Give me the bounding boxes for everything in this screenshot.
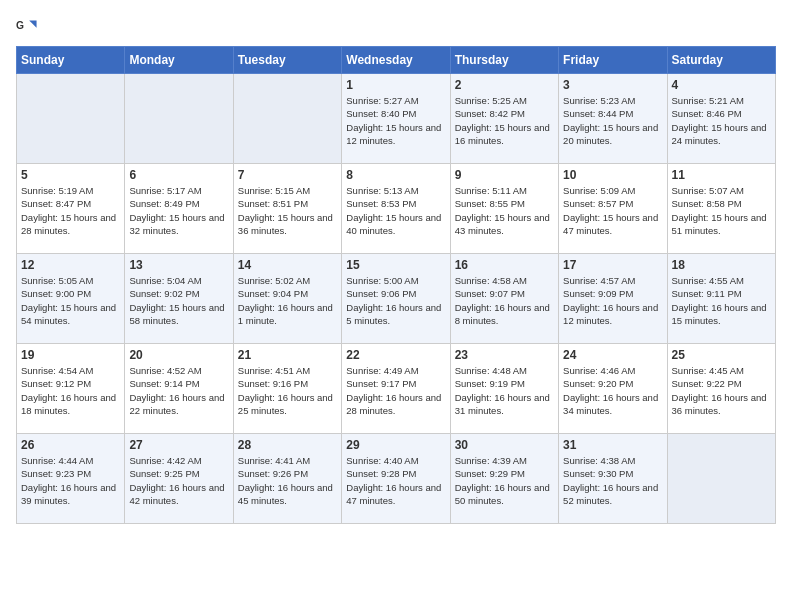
calendar-cell: 12Sunrise: 5:05 AM Sunset: 9:00 PM Dayli… — [17, 254, 125, 344]
day-number: 12 — [21, 258, 120, 272]
weekday-header-saturday: Saturday — [667, 47, 775, 74]
calendar-cell: 20Sunrise: 4:52 AM Sunset: 9:14 PM Dayli… — [125, 344, 233, 434]
day-number: 4 — [672, 78, 771, 92]
day-number: 10 — [563, 168, 662, 182]
calendar-week-row: 12Sunrise: 5:05 AM Sunset: 9:00 PM Dayli… — [17, 254, 776, 344]
weekday-header-row: SundayMondayTuesdayWednesdayThursdayFrid… — [17, 47, 776, 74]
day-number: 15 — [346, 258, 445, 272]
day-info: Sunrise: 4:39 AM Sunset: 9:29 PM Dayligh… — [455, 454, 554, 507]
day-info: Sunrise: 4:41 AM Sunset: 9:26 PM Dayligh… — [238, 454, 337, 507]
calendar-cell: 11Sunrise: 5:07 AM Sunset: 8:58 PM Dayli… — [667, 164, 775, 254]
weekday-header-sunday: Sunday — [17, 47, 125, 74]
calendar-cell: 13Sunrise: 5:04 AM Sunset: 9:02 PM Dayli… — [125, 254, 233, 344]
day-number: 2 — [455, 78, 554, 92]
day-number: 3 — [563, 78, 662, 92]
calendar-cell — [233, 74, 341, 164]
day-info: Sunrise: 5:07 AM Sunset: 8:58 PM Dayligh… — [672, 184, 771, 237]
day-number: 30 — [455, 438, 554, 452]
day-info: Sunrise: 4:54 AM Sunset: 9:12 PM Dayligh… — [21, 364, 120, 417]
day-info: Sunrise: 5:13 AM Sunset: 8:53 PM Dayligh… — [346, 184, 445, 237]
calendar-cell: 6Sunrise: 5:17 AM Sunset: 8:49 PM Daylig… — [125, 164, 233, 254]
weekday-header-monday: Monday — [125, 47, 233, 74]
calendar-cell: 26Sunrise: 4:44 AM Sunset: 9:23 PM Dayli… — [17, 434, 125, 524]
calendar-cell: 10Sunrise: 5:09 AM Sunset: 8:57 PM Dayli… — [559, 164, 667, 254]
calendar-cell: 31Sunrise: 4:38 AM Sunset: 9:30 PM Dayli… — [559, 434, 667, 524]
calendar-cell: 8Sunrise: 5:13 AM Sunset: 8:53 PM Daylig… — [342, 164, 450, 254]
calendar-week-row: 19Sunrise: 4:54 AM Sunset: 9:12 PM Dayli… — [17, 344, 776, 434]
header: G — [16, 16, 776, 38]
calendar-cell: 24Sunrise: 4:46 AM Sunset: 9:20 PM Dayli… — [559, 344, 667, 434]
calendar-cell — [17, 74, 125, 164]
day-number: 24 — [563, 348, 662, 362]
day-number: 21 — [238, 348, 337, 362]
calendar-cell: 29Sunrise: 4:40 AM Sunset: 9:28 PM Dayli… — [342, 434, 450, 524]
day-info: Sunrise: 5:11 AM Sunset: 8:55 PM Dayligh… — [455, 184, 554, 237]
calendar-cell: 21Sunrise: 4:51 AM Sunset: 9:16 PM Dayli… — [233, 344, 341, 434]
day-info: Sunrise: 5:21 AM Sunset: 8:46 PM Dayligh… — [672, 94, 771, 147]
calendar-cell: 16Sunrise: 4:58 AM Sunset: 9:07 PM Dayli… — [450, 254, 558, 344]
day-number: 22 — [346, 348, 445, 362]
day-info: Sunrise: 5:25 AM Sunset: 8:42 PM Dayligh… — [455, 94, 554, 147]
day-number: 23 — [455, 348, 554, 362]
day-number: 8 — [346, 168, 445, 182]
calendar-cell: 5Sunrise: 5:19 AM Sunset: 8:47 PM Daylig… — [17, 164, 125, 254]
day-info: Sunrise: 4:49 AM Sunset: 9:17 PM Dayligh… — [346, 364, 445, 417]
calendar-cell: 7Sunrise: 5:15 AM Sunset: 8:51 PM Daylig… — [233, 164, 341, 254]
calendar-cell: 22Sunrise: 4:49 AM Sunset: 9:17 PM Dayli… — [342, 344, 450, 434]
weekday-header-friday: Friday — [559, 47, 667, 74]
weekday-header-thursday: Thursday — [450, 47, 558, 74]
day-info: Sunrise: 4:57 AM Sunset: 9:09 PM Dayligh… — [563, 274, 662, 327]
day-info: Sunrise: 4:44 AM Sunset: 9:23 PM Dayligh… — [21, 454, 120, 507]
calendar-cell: 19Sunrise: 4:54 AM Sunset: 9:12 PM Dayli… — [17, 344, 125, 434]
day-info: Sunrise: 4:45 AM Sunset: 9:22 PM Dayligh… — [672, 364, 771, 417]
day-info: Sunrise: 4:38 AM Sunset: 9:30 PM Dayligh… — [563, 454, 662, 507]
weekday-header-wednesday: Wednesday — [342, 47, 450, 74]
day-info: Sunrise: 4:40 AM Sunset: 9:28 PM Dayligh… — [346, 454, 445, 507]
day-info: Sunrise: 4:51 AM Sunset: 9:16 PM Dayligh… — [238, 364, 337, 417]
day-info: Sunrise: 4:52 AM Sunset: 9:14 PM Dayligh… — [129, 364, 228, 417]
day-number: 25 — [672, 348, 771, 362]
day-info: Sunrise: 4:42 AM Sunset: 9:25 PM Dayligh… — [129, 454, 228, 507]
day-number: 18 — [672, 258, 771, 272]
day-info: Sunrise: 5:19 AM Sunset: 8:47 PM Dayligh… — [21, 184, 120, 237]
calendar-cell: 18Sunrise: 4:55 AM Sunset: 9:11 PM Dayli… — [667, 254, 775, 344]
day-number: 13 — [129, 258, 228, 272]
calendar-cell: 25Sunrise: 4:45 AM Sunset: 9:22 PM Dayli… — [667, 344, 775, 434]
calendar-cell: 28Sunrise: 4:41 AM Sunset: 9:26 PM Dayli… — [233, 434, 341, 524]
calendar-week-row: 5Sunrise: 5:19 AM Sunset: 8:47 PM Daylig… — [17, 164, 776, 254]
day-info: Sunrise: 5:23 AM Sunset: 8:44 PM Dayligh… — [563, 94, 662, 147]
calendar-cell: 9Sunrise: 5:11 AM Sunset: 8:55 PM Daylig… — [450, 164, 558, 254]
day-info: Sunrise: 4:46 AM Sunset: 9:20 PM Dayligh… — [563, 364, 662, 417]
day-number: 29 — [346, 438, 445, 452]
day-number: 19 — [21, 348, 120, 362]
day-number: 28 — [238, 438, 337, 452]
day-info: Sunrise: 5:15 AM Sunset: 8:51 PM Dayligh… — [238, 184, 337, 237]
calendar-cell: 17Sunrise: 4:57 AM Sunset: 9:09 PM Dayli… — [559, 254, 667, 344]
calendar-cell: 1Sunrise: 5:27 AM Sunset: 8:40 PM Daylig… — [342, 74, 450, 164]
calendar-cell: 4Sunrise: 5:21 AM Sunset: 8:46 PM Daylig… — [667, 74, 775, 164]
calendar-table: SundayMondayTuesdayWednesdayThursdayFrid… — [16, 46, 776, 524]
day-info: Sunrise: 5:04 AM Sunset: 9:02 PM Dayligh… — [129, 274, 228, 327]
calendar-cell — [667, 434, 775, 524]
day-number: 26 — [21, 438, 120, 452]
calendar-cell — [125, 74, 233, 164]
day-number: 6 — [129, 168, 228, 182]
calendar-cell: 2Sunrise: 5:25 AM Sunset: 8:42 PM Daylig… — [450, 74, 558, 164]
calendar-week-row: 26Sunrise: 4:44 AM Sunset: 9:23 PM Dayli… — [17, 434, 776, 524]
logo: G — [16, 16, 42, 38]
calendar-cell: 30Sunrise: 4:39 AM Sunset: 9:29 PM Dayli… — [450, 434, 558, 524]
day-info: Sunrise: 4:58 AM Sunset: 9:07 PM Dayligh… — [455, 274, 554, 327]
day-info: Sunrise: 5:17 AM Sunset: 8:49 PM Dayligh… — [129, 184, 228, 237]
day-info: Sunrise: 5:05 AM Sunset: 9:00 PM Dayligh… — [21, 274, 120, 327]
day-number: 31 — [563, 438, 662, 452]
calendar-cell: 27Sunrise: 4:42 AM Sunset: 9:25 PM Dayli… — [125, 434, 233, 524]
calendar-cell: 15Sunrise: 5:00 AM Sunset: 9:06 PM Dayli… — [342, 254, 450, 344]
day-number: 17 — [563, 258, 662, 272]
weekday-header-tuesday: Tuesday — [233, 47, 341, 74]
day-info: Sunrise: 5:09 AM Sunset: 8:57 PM Dayligh… — [563, 184, 662, 237]
day-number: 14 — [238, 258, 337, 272]
day-number: 9 — [455, 168, 554, 182]
day-number: 20 — [129, 348, 228, 362]
calendar-cell: 14Sunrise: 5:02 AM Sunset: 9:04 PM Dayli… — [233, 254, 341, 344]
calendar-week-row: 1Sunrise: 5:27 AM Sunset: 8:40 PM Daylig… — [17, 74, 776, 164]
